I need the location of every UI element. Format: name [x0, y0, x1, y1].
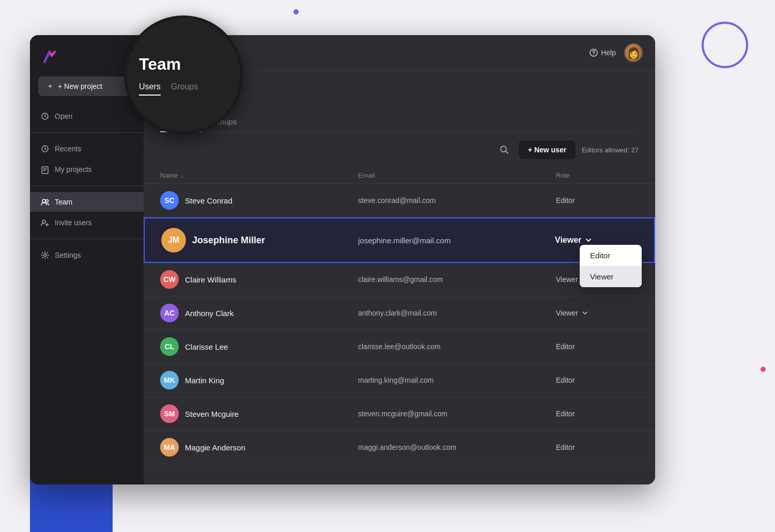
- zoom-tabs: Users Groups: [139, 82, 198, 96]
- sidebar-item-invite-users[interactable]: Invite users: [30, 213, 144, 232]
- zoom-tab-users[interactable]: Users: [139, 82, 161, 96]
- user-role: Editor: [556, 443, 639, 451]
- table-row[interactable]: CW Claire Williams claire.williams@gmail…: [144, 263, 655, 296]
- col-role-label: Role: [556, 171, 570, 179]
- sidebar-item-recents[interactable]: Recents: [30, 139, 144, 159]
- sidebar-item-recents-label: Recents: [55, 145, 81, 153]
- user-email: clarisse.lee@outlook.com: [358, 342, 556, 351]
- help-button[interactable]: Help: [590, 49, 616, 57]
- avatar: SM: [160, 404, 179, 423]
- role-option-viewer[interactable]: Viewer: [580, 266, 642, 287]
- sidebar-item-team-label: Team: [55, 198, 72, 206]
- sidebar-divider-1: [30, 132, 144, 133]
- user-name: Martin King: [185, 376, 224, 385]
- role-dropdown-menu: Editor Viewer: [580, 245, 642, 287]
- user-name: Anthony Clark: [185, 309, 234, 318]
- col-name-label: Name: [160, 171, 178, 179]
- zoom-tab-groups-label: Groups: [171, 82, 198, 91]
- avatar: MA: [160, 438, 179, 457]
- decorative-dot-2: [761, 367, 766, 372]
- user-cell: CW Claire Williams: [160, 270, 358, 289]
- user-cell: SM Steven Mcguire: [160, 404, 358, 423]
- user-name: Steve Conrad: [185, 196, 233, 205]
- table-row[interactable]: MA Maggie Anderson maggi.anderson@outloo…: [144, 431, 655, 464]
- user-cell: MA Maggie Anderson: [160, 438, 358, 457]
- app-logo-icon: [40, 48, 59, 66]
- user-avatar[interactable]: 👩: [624, 43, 643, 62]
- user-name: Clarisse Lee: [185, 342, 228, 351]
- user-email: maggi.anderson@outlook.com: [358, 443, 556, 451]
- avatar-placeholder: MK: [160, 371, 179, 389]
- avatar: MK: [160, 371, 179, 389]
- svg-point-4: [42, 220, 45, 223]
- svg-point-7: [593, 55, 594, 56]
- selected-row-wrapper: JM Josephine Miller josephine.miller@mai…: [144, 217, 655, 263]
- selected-table-row[interactable]: JM Josephine Miller josephine.miller@mai…: [144, 217, 655, 263]
- sidebar-item-settings[interactable]: Settings: [30, 245, 144, 265]
- role-dropdown-wrapper: Viewer Editor Viewer: [555, 236, 638, 245]
- user-cell: CL Clarisse Lee: [160, 337, 358, 356]
- table-row[interactable]: CL Clarisse Lee clarisse.lee@outlook.com…: [144, 330, 655, 364]
- sidebar-item-my-projects-label: My projects: [55, 165, 92, 174]
- svg-point-2: [42, 199, 45, 202]
- sort-icon: ↓: [180, 171, 184, 179]
- sidebar-item-open[interactable]: Open: [30, 106, 144, 126]
- selected-user-name: Josephine Miller: [192, 235, 265, 246]
- col-name-header: Name ↓: [160, 171, 358, 179]
- avatar-selected: JM: [161, 228, 186, 253]
- user-name: Steven Mcguire: [185, 410, 239, 418]
- role-text: Viewer: [556, 309, 578, 317]
- avatar: SC: [160, 191, 179, 210]
- my-projects-icon: [40, 165, 50, 174]
- selected-role-label: Viewer: [555, 236, 581, 245]
- user-role: Editor: [556, 376, 639, 384]
- open-icon: [40, 112, 50, 121]
- chevron-down-icon: [584, 236, 593, 244]
- svg-point-8: [501, 146, 506, 152]
- zoom-tab-users-label: Users: [139, 82, 161, 91]
- sidebar: ＋ + New project Open Recents M: [30, 35, 144, 484]
- user-role: Editor: [556, 342, 639, 351]
- table-row[interactable]: AC Anthony Clark anthony.clark@mail.com …: [144, 296, 655, 330]
- sidebar-item-invite-users-label: Invite users: [55, 218, 92, 227]
- avatar: AC: [160, 304, 179, 322]
- avatar-placeholder: MA: [160, 438, 179, 457]
- user-cell: MK Martin King: [160, 371, 358, 389]
- user-name: Maggie Anderson: [185, 443, 245, 452]
- avatar: CW: [160, 270, 179, 289]
- new-user-label: + New user: [528, 146, 566, 154]
- tabs-bar: Users Groups: [160, 112, 639, 132]
- user-email: steven.mcguire@gmail.com: [358, 410, 556, 418]
- role-dropdown-button[interactable]: Viewer: [555, 236, 593, 245]
- help-label: Help: [601, 49, 616, 57]
- sidebar-item-open-label: Open: [55, 112, 72, 120]
- user-email: anthony.clark@mail.com: [358, 309, 556, 317]
- sidebar-item-settings-label: Settings: [55, 251, 81, 259]
- table-row[interactable]: SC Steve Conrad steve.conrad@mail.com Ed…: [144, 184, 655, 217]
- new-user-button[interactable]: + New user: [519, 140, 576, 159]
- avatar-placeholder: SC: [160, 191, 179, 210]
- sidebar-nav: Open Recents My projects Team: [30, 106, 144, 474]
- table-row[interactable]: SM Steven Mcguire steven.mcguire@gmail.c…: [144, 397, 655, 431]
- user-email: marting.king@mail.com: [358, 376, 556, 384]
- sidebar-item-team[interactable]: Team: [30, 192, 144, 212]
- page-area: Team Users Groups: [144, 71, 655, 484]
- table-row[interactable]: MK Martin King marting.king@mail.com Edi…: [144, 364, 655, 397]
- recents-icon: [40, 144, 50, 153]
- avatar-placeholder: CW: [160, 270, 179, 289]
- search-button[interactable]: [496, 142, 513, 158]
- plus-icon: ＋: [47, 82, 54, 91]
- zoom-circle-inner: Team Users Groups: [127, 42, 240, 108]
- sidebar-item-my-projects[interactable]: My projects: [30, 160, 144, 179]
- help-icon: [590, 49, 598, 57]
- new-project-button[interactable]: ＋ + New project: [38, 76, 135, 96]
- decorative-circle: [702, 22, 748, 68]
- svg-point-5: [44, 254, 47, 257]
- invite-users-icon: [40, 218, 50, 227]
- zoom-circle: Team Users Groups: [124, 15, 243, 134]
- zoom-tab-groups[interactable]: Groups: [171, 82, 198, 96]
- svg-point-3: [46, 200, 49, 202]
- role-option-editor[interactable]: Editor: [580, 245, 642, 266]
- table-header: Name ↓ Email Role: [144, 167, 655, 184]
- col-email-header: Email: [358, 171, 556, 179]
